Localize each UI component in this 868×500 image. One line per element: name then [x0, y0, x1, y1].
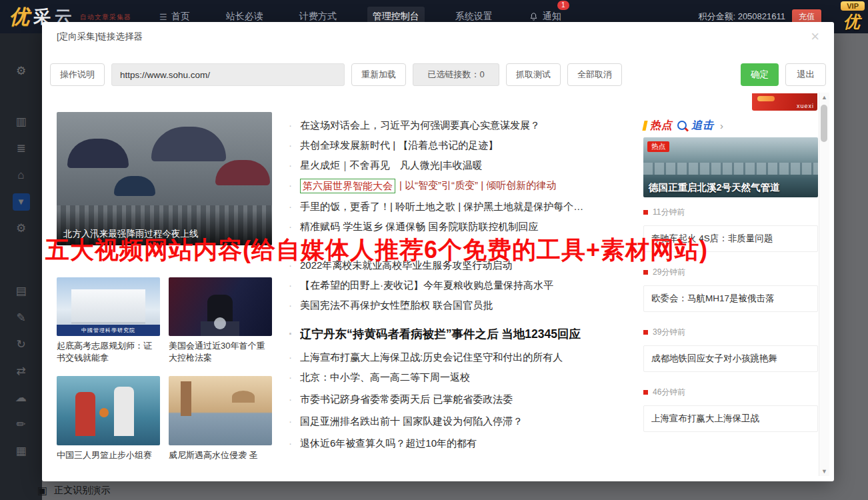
selected-link-highlight[interactable]: 第六届世界智能大会	[300, 179, 395, 193]
news-link[interactable]: 星火成炬｜不舍再见 凡人微光|丰收温暖	[300, 159, 483, 172]
news-row: ·【在希望的田野上·麦收记】今年夏粮收购总量保持高水平	[289, 279, 642, 292]
news-card[interactable]: 中國管理科學研究院 起底高考志愿规划师：证书交钱就能拿	[57, 277, 160, 364]
umbrella-shape	[151, 127, 226, 161]
hot-topics-column: 热点 追击 › 热点 德国正重启北溪2号天然气管道 11分钟前 奔驰车起火 4S…	[643, 119, 818, 447]
photo-card-row: 中國管理科學研究院 起底高考志愿规划师：证书交钱就能拿 美国会通过近30年首个重…	[57, 277, 272, 364]
yellow-bar	[642, 121, 647, 131]
umbrella-shape	[67, 139, 129, 168]
hot-time-label: 46分钟前	[653, 387, 685, 398]
close-icon[interactable]: ×	[811, 30, 819, 43]
scroll-up-icon[interactable]: ▲	[819, 94, 829, 101]
exit-button[interactable]: 退出	[785, 63, 826, 86]
hot-item-link[interactable]: 上海宣布打赢大上海保卫战	[643, 405, 818, 432]
red-square-bullet	[643, 270, 648, 275]
photo-card-row: 中国三人男篮止步小组赛 威尼斯遇高水位侵袭 圣	[57, 376, 272, 461]
banner-text: xuexi	[797, 103, 814, 109]
news-row: ·精准赋码 学生返乡 保通保畅 国务院联防联控机制回应	[289, 220, 642, 233]
hot-time-label: 39分钟前	[653, 327, 685, 338]
main-news-photo[interactable]: 北方入汛来最强降雨过程今夜上线	[57, 112, 272, 245]
page-scrollbar[interactable]: ▲ ▼	[819, 93, 829, 476]
hot-tag: 热点	[647, 141, 669, 152]
umbrella-shape	[215, 160, 270, 185]
modal-header: [定向采集]链接选择器 ×	[42, 22, 834, 51]
news-links-column: ·在这场对话会上，习近平为何强调要真心实意谋发展？ ·共创全球发展新时代 | 【…	[289, 119, 642, 459]
hamburger-icon: ☰	[159, 12, 167, 22]
basketball-photo	[57, 376, 160, 445]
link-selector-modal: [定向采集]链接选择器 × 操作说明 重新加载 已选链接数：0 抓取测试 全部取…	[42, 22, 834, 481]
magnifier-icon	[677, 121, 687, 130]
corner-logo-icon: 优	[843, 11, 860, 33]
card-caption: 威尼斯遇高水位侵袭 圣	[169, 449, 272, 461]
news-link[interactable]: 辽宁丹东“持黄码者看病被拦”事件之后 当地12345回应	[300, 325, 581, 343]
news-row: ·美国宪法不再保护女性堕胎权 联合国官员批	[289, 299, 642, 312]
hot-brand-blue: 追击	[691, 119, 714, 133]
news-row: ·国足亚洲排名跌出前十 国家队建设为何陷入停滞？	[289, 415, 642, 428]
card-caption: 起底高考志愿规划师：证书交钱就能拿	[57, 340, 160, 364]
scrollbar-thumb[interactable]	[821, 105, 827, 142]
red-square-bullet	[643, 330, 648, 335]
scroll-down-icon[interactable]: ▼	[819, 468, 829, 475]
reload-button[interactable]: 重新加载	[351, 63, 406, 86]
hot-item-link[interactable]: 欧委会：马航MH17是被俄击落	[643, 285, 818, 312]
news-link[interactable]: 国足亚洲排名跌出前十 国家队建设为何陷入停滞？	[300, 415, 523, 428]
speech-photo	[169, 277, 272, 336]
card-caption: 美国会通过近30年首个重大控枪法案	[169, 340, 272, 364]
notification-badge: 1	[557, 1, 569, 10]
red-square-bullet	[643, 210, 648, 215]
hot-topics-header[interactable]: 热点 追击 ›	[643, 119, 818, 132]
news-link[interactable]: 北京：中小学、高一高二等下周一返校	[300, 371, 470, 384]
news-row: ·共创全球发展新时代 | 【沿着总书记的足迹】	[289, 139, 642, 152]
vip-badge[interactable]: VIP	[841, 1, 865, 11]
news-row: ·2022年离校未就业高校毕业生服务攻坚行动启动	[289, 259, 642, 272]
news-link[interactable]: 退休近6年被查算久吗？超过10年的都有	[300, 437, 477, 450]
news-card[interactable]: 威尼斯遇高水位侵袭 圣	[169, 376, 272, 461]
hot-brand-red: 热点	[650, 119, 673, 133]
modal-title: [定向采集]链接选择器	[57, 31, 143, 43]
news-link[interactable]: 【在希望的田野上·麦收记】今年夏粮收购总量保持高水平	[300, 279, 553, 292]
photo-column: 北方入汛来最强降雨过程今夜上线 中國管理科學研究院 起底高考志愿规划师：证书交钱…	[57, 112, 272, 461]
main-photo-caption: 北方入汛来最强降雨过程今夜上线	[57, 211, 272, 245]
institute-label: 中國管理科學研究院	[57, 325, 160, 336]
help-button[interactable]: 操作说明	[50, 63, 105, 86]
hot-item-link[interactable]: 奔驰车起火 4S店：非质量问题	[643, 225, 818, 252]
cancel-all-button[interactable]: 全部取消	[567, 63, 622, 86]
news-link[interactable]: 共创全球发展新时代 | 【沿着总书记的足迹】	[300, 139, 498, 152]
points-balance: 积分金额: 2050821611	[698, 11, 785, 23]
hot-time-label: 29分钟前	[653, 267, 685, 278]
news-row: ·市委书记跻身省委常委两天后 已掌舵省委政法委	[289, 393, 642, 406]
news-row: ·辽宁丹东“持黄码者看病被拦”事件之后 当地12345回应	[289, 325, 642, 343]
card-caption: 中国三人男篮止步小组赛	[57, 449, 160, 461]
news-link[interactable]: 在这场对话会上，习近平为何强调要真心实意谋发展？	[300, 119, 540, 132]
url-input[interactable]	[111, 63, 345, 86]
news-link[interactable]: | 以“智变”引“质变” | 倾听创新的律动	[399, 179, 556, 192]
news-link[interactable]: 美国宪法不再保护女性堕胎权 联合国官员批	[300, 299, 493, 312]
hot-item-link[interactable]: 成都地铁回应女子对小孩跳艳舞	[643, 345, 818, 372]
hot-item: 29分钟前 欧委会：马航MH17是被俄击落	[643, 267, 818, 312]
news-row: ·手里的饭，更香了！| 聆听土地之歌 | 保护黑土地就是保护每个…	[289, 200, 642, 213]
umbrella-shape	[114, 176, 155, 196]
crawl-test-button[interactable]: 抓取测试	[506, 63, 561, 86]
confirm-button[interactable]: 确定	[741, 63, 779, 86]
promo-banner-partial[interactable]: xuexi	[752, 93, 817, 111]
venice-photo	[169, 376, 272, 445]
hot-main-story[interactable]: 热点 德国正重启北溪2号天然气管道	[643, 137, 818, 197]
hot-time-label: 11分钟前	[653, 207, 685, 218]
red-square-bullet	[643, 390, 648, 395]
news-link[interactable]: 市委书记跻身省委常委两天后 已掌舵省委政法委	[300, 393, 513, 406]
news-row: ·在这场对话会上，习近平为何强调要真心实意谋发展？	[289, 119, 642, 132]
news-card[interactable]: 美国会通过近30年首个重大控枪法案	[169, 277, 272, 364]
news-link[interactable]: 上海宣布打赢大上海保卫战:历史会记住坚守和付出的所有人	[300, 351, 563, 364]
news-card[interactable]: 中国三人男篮止步小组赛	[57, 376, 160, 461]
hot-item: 39分钟前 成都地铁回应女子对小孩跳艳舞	[643, 327, 818, 372]
news-link[interactable]: 手里的饭，更香了！| 聆听土地之歌 | 保护黑土地就是保护每个…	[300, 200, 583, 213]
hot-item: 11分钟前 奔驰车起火 4S店：非质量问题	[643, 207, 818, 252]
hot-item: 46分钟前 上海宣布打赢大上海保卫战	[643, 387, 818, 432]
news-link[interactable]: 2022年离校未就业高校毕业生服务攻坚行动启动	[300, 259, 512, 272]
bell-icon	[529, 12, 539, 22]
logo-char-you: 优	[9, 3, 29, 31]
pipeline-shape	[643, 163, 818, 175]
news-link[interactable]: 精准赋码 学生返乡 保通保畅 国务院联防联控机制回应	[300, 220, 539, 233]
menu-label: 首页	[171, 11, 190, 23]
modal-toolbar: 操作说明 重新加载 已选链接数：0 抓取测试 全部取消 确定 退出	[50, 63, 826, 86]
news-row: ·退休近6年被查算久吗？超过10年的都有	[289, 437, 642, 450]
